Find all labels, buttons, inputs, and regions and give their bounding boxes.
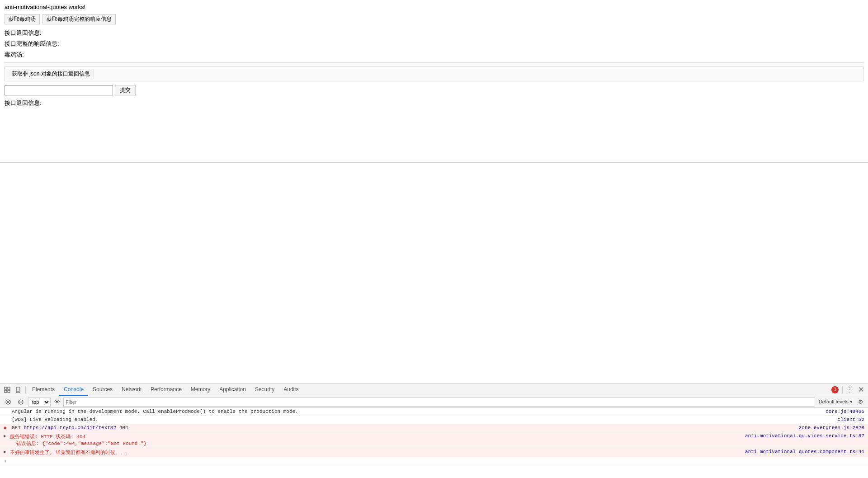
api-return2-label: 接口返回信息:: [5, 99, 863, 107]
get-soup-full-button[interactable]: 获取毒鸡汤完整的响应信息: [42, 14, 116, 24]
main-content: anti-motivational-quotes works! 获取毒鸡汤 获取…: [0, 0, 868, 163]
soup-label: 毒鸡汤:: [5, 51, 863, 59]
api-return-label: 接口返回信息:: [5, 29, 863, 37]
submit-button[interactable]: 提交: [115, 85, 136, 95]
section-divider: [5, 62, 863, 63]
page-title: anti-motivational-quotes works!: [5, 4, 863, 10]
form-row: 提交: [5, 85, 863, 95]
non-json-button[interactable]: 获取非 json 对象的接口返回信息: [8, 69, 94, 79]
non-json-section: 获取非 json 对象的接口返回信息: [5, 66, 863, 81]
api-full-return-label: 接口完整的响应信息:: [5, 40, 863, 48]
soup-button-row: 获取毒鸡汤 获取毒鸡汤完整的响应信息: [5, 14, 863, 24]
get-soup-button[interactable]: 获取毒鸡汤: [5, 14, 40, 24]
form-input[interactable]: [5, 85, 113, 95]
